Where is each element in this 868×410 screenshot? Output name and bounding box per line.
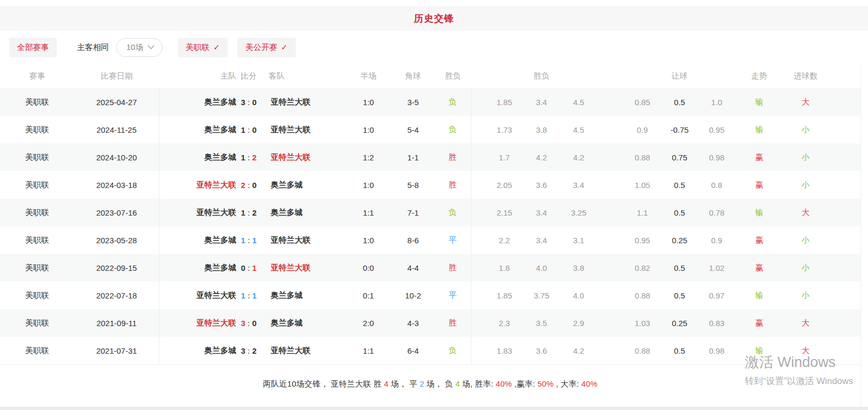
table-row[interactable]: 美职联2022-09-15奥兰多城0:1亚特兰大联0:04-4胜1.84.03.… xyxy=(0,254,861,281)
filter-all-matches[interactable]: 全部赛事 xyxy=(9,38,57,57)
score-separator: : xyxy=(247,153,250,162)
table-row[interactable]: 美职联2023-05-28奥兰多城1:1亚特兰大联1:08-6平2.23.43.… xyxy=(0,226,861,254)
odds-home-win: 2.15 xyxy=(471,199,523,226)
table-row[interactable]: 美职联2024-10-20奥兰多城1:2亚特兰大联1:21-1胜1.74.24.… xyxy=(0,143,861,171)
score-separator: : xyxy=(247,291,250,300)
trend-badge: 输 xyxy=(735,337,783,364)
score: 1:1 xyxy=(236,281,261,309)
home-team: 奥兰多城 xyxy=(159,143,236,171)
odds-draw: 3.75 xyxy=(523,281,560,309)
row-spacer xyxy=(828,309,861,337)
table-row[interactable]: 美职联2024-03-18亚特兰大联2:0奥兰多城1:05-8胜2.053.63… xyxy=(0,171,861,199)
row-spacer xyxy=(828,143,861,171)
away-team: 亚特兰大联 xyxy=(261,116,345,143)
home-goals: 1 xyxy=(241,125,245,134)
col-header-spacer xyxy=(828,64,861,88)
odds-draw: 3.5 xyxy=(523,309,560,337)
handicap-line: 0.75 xyxy=(661,143,698,171)
score: 1:2 xyxy=(236,143,261,171)
table-row[interactable]: 美职联2021-07-31奥兰多城3:2亚特兰大联1:16-4负1.833.64… xyxy=(0,337,861,364)
home-goals: 3 xyxy=(241,98,245,107)
score: 3:2 xyxy=(236,337,261,364)
corner-score: 8-6 xyxy=(392,226,434,254)
home-team: 亚特兰大联 xyxy=(159,171,236,199)
summary-text: 50% xyxy=(537,379,554,388)
table-row[interactable]: 美职联2022-07-18亚特兰大联1:1奥兰多城0:110-2平1.853.7… xyxy=(0,281,861,309)
handicap-away-odds: 0.78 xyxy=(698,199,735,226)
home-team: 奥兰多城 xyxy=(159,88,236,116)
summary-text: ,赢率: xyxy=(512,379,537,388)
handicap-away-odds: 0.98 xyxy=(698,337,735,364)
col-header-odds: 胜负 xyxy=(471,64,597,88)
home-team: 奥兰多城 xyxy=(159,226,236,254)
col-header-half: 半场 xyxy=(345,64,392,88)
handicap-line: 0.5 xyxy=(661,88,698,116)
match-league: 美职联 xyxy=(0,116,74,143)
home-goals: 0 xyxy=(241,263,245,272)
table-row[interactable]: 美职联2024-11-25奥兰多城1:0亚特兰大联1:05-4负1.733.84… xyxy=(0,116,861,143)
goals-badge: 小 xyxy=(783,171,828,199)
handicap-away-odds: 0.95 xyxy=(698,116,735,143)
trend-badge: 赢 xyxy=(735,171,783,199)
match-league: 美职联 xyxy=(0,337,74,364)
trend-badge: 输 xyxy=(735,88,783,116)
away-goals: 0 xyxy=(252,319,256,328)
half-score: 1:0 xyxy=(345,171,392,199)
half-score: 0:0 xyxy=(345,254,392,281)
col-header-away: 客队 xyxy=(261,64,345,88)
match-date: 2022-09-15 xyxy=(74,254,159,281)
odds-away-win: 3.25 xyxy=(560,199,597,226)
result-badge: 负 xyxy=(434,116,471,143)
handicap-line: 0.5 xyxy=(661,199,698,226)
match-league: 美职联 xyxy=(0,309,74,337)
page: 历史交锋 全部赛事 主客相同 10场 美职联 ✓ 美公开赛 ✓ 赛事 比赛日期 … xyxy=(0,0,868,410)
handicap-line: -0.75 xyxy=(661,116,698,143)
home-goals: 1 xyxy=(241,153,245,162)
away-team: 亚特兰大联 xyxy=(261,88,345,116)
odds-away-win: 4.2 xyxy=(560,337,597,364)
h2h-table: 赛事 比赛日期 主队 比分 客队 半场 角球 胜负 胜负 让球 走势 进球数 美… xyxy=(0,64,861,407)
away-goals: 0 xyxy=(252,181,256,190)
match-date: 2023-07-16 xyxy=(74,199,159,226)
filter-league-usopen-label: 美公开赛 xyxy=(245,42,277,53)
section-title: 历史交锋 xyxy=(414,12,454,25)
filter-league-usopen[interactable]: 美公开赛 ✓ xyxy=(237,38,296,57)
table-row[interactable]: 美职联2023-07-16亚特兰大联1:2奥兰多城1:17-1负2.153.43… xyxy=(0,199,861,226)
match-league: 美职联 xyxy=(0,226,74,254)
home-goals: 1 xyxy=(241,291,245,300)
row-spacer xyxy=(828,254,861,281)
match-league: 美职联 xyxy=(0,199,74,226)
home-goals: 1 xyxy=(241,208,245,217)
odds-home-win: 1.8 xyxy=(471,254,523,281)
match-date: 2024-10-20 xyxy=(74,143,159,171)
home-team: 亚特兰大联 xyxy=(159,281,236,309)
section-title-bar: 历史交锋 xyxy=(0,6,868,31)
col-header-date: 比赛日期 xyxy=(74,64,159,88)
half-score: 1:1 xyxy=(345,337,392,364)
summary-text: 40% xyxy=(496,379,512,388)
next-section-strip xyxy=(0,407,868,410)
odds-away-win: 4.5 xyxy=(560,88,597,116)
result-badge: 负 xyxy=(434,199,471,226)
summary-text: 40% xyxy=(581,379,598,388)
row-spacer xyxy=(828,116,861,143)
home-team: 奥兰多城 xyxy=(159,254,236,281)
home-team: 奥兰多城 xyxy=(159,116,236,143)
filter-same-home-away[interactable]: 主客相同 xyxy=(77,42,109,53)
half-score: 2:0 xyxy=(345,309,392,337)
check-icon: ✓ xyxy=(213,42,220,52)
table-row[interactable]: 美职联2025-04-27奥兰多城3:0亚特兰大联1:03-5负1.853.44… xyxy=(0,88,861,116)
odds-away-win: 2.9 xyxy=(560,309,597,337)
summary-text: 4 xyxy=(384,379,389,388)
match-count-dropdown[interactable]: 10场 xyxy=(116,38,162,57)
score: 0:1 xyxy=(236,254,261,281)
table-row[interactable]: 美职联2021-09-11亚特兰大联3:0奥兰多城2:04-3胜2.33.52.… xyxy=(0,309,861,337)
row-spacer xyxy=(828,88,861,116)
filter-league-mls[interactable]: 美职联 ✓ xyxy=(178,38,228,57)
odds-draw: 4.2 xyxy=(523,143,560,171)
score-separator: : xyxy=(247,346,250,355)
col-header-trend: 走势 xyxy=(735,64,783,88)
score: 3:0 xyxy=(236,309,261,337)
odds-home-win: 1.7 xyxy=(471,143,523,171)
corner-score: 5-4 xyxy=(392,116,434,143)
